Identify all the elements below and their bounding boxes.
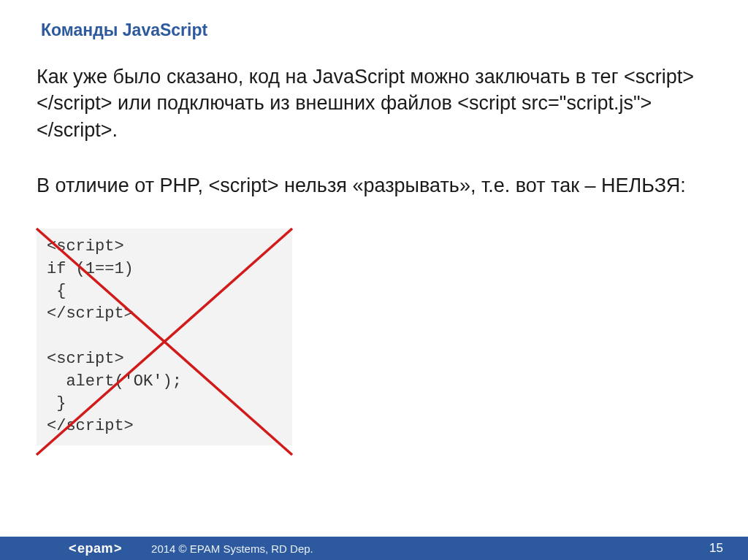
footer-bar: epam 2014 © EPAM Systems, RD Dep. 15 (0, 537, 748, 560)
paragraph-1: Как уже было сказано, код на JavaScript … (37, 64, 711, 143)
brand-logo: epam (58, 537, 132, 560)
footer-copyright: 2014 © EPAM Systems, RD Dep. (151, 542, 313, 555)
slide-content: Как уже было сказано, код на JavaScript … (0, 40, 748, 445)
code-example-container: <script> if (1==1) { </script> <script> … (37, 229, 292, 445)
page-number: 15 (709, 541, 723, 556)
paragraph-2: В отличие от PHP, <script> нельзя «разры… (37, 172, 711, 199)
code-block: <script> if (1==1) { </script> <script> … (37, 229, 292, 445)
slide-title: Команды JavaScript (0, 0, 748, 40)
